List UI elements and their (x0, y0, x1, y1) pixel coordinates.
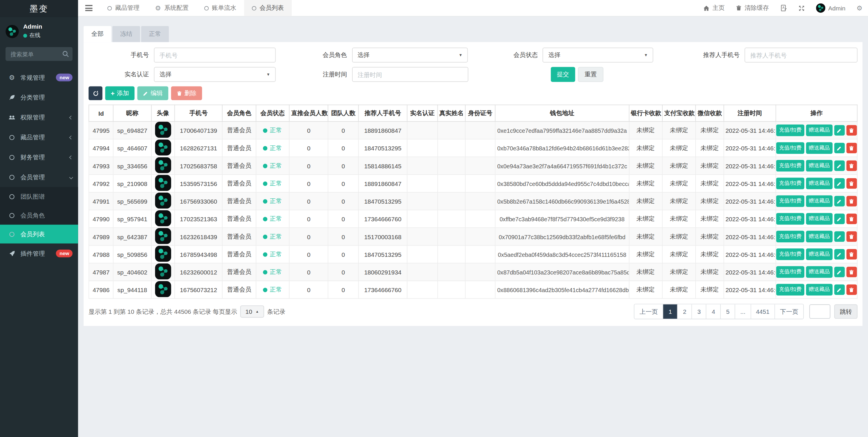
page-item[interactable]: 2 (678, 304, 692, 319)
submit-button[interactable]: 提交 (551, 67, 575, 82)
page-item[interactable]: 上一页 (634, 304, 663, 319)
gift-collection-button[interactable]: 赠送藏品 (806, 160, 832, 171)
row-delete-button[interactable] (846, 178, 857, 189)
sidebar-item-member-list[interactable]: 会员列表 (0, 225, 78, 244)
gift-collection-button[interactable]: 赠送藏品 (806, 124, 832, 136)
register-time-input[interactable] (352, 67, 468, 82)
cell-realname-auth (407, 139, 437, 157)
row-edit-button[interactable] (834, 249, 844, 259)
user-menu[interactable]: Admin (810, 0, 851, 16)
row-edit-button[interactable] (834, 196, 844, 206)
recharge-deduct-button[interactable]: 充值/扣费 (776, 160, 804, 171)
page-item[interactable]: 3 (692, 304, 707, 319)
pencil-icon (837, 287, 842, 292)
row-edit-button[interactable] (834, 214, 844, 224)
row-edit-button[interactable] (834, 267, 844, 277)
sidebar-item-category[interactable]: 分类管理 (0, 87, 78, 107)
row-edit-button[interactable] (834, 284, 844, 295)
recharge-deduct-button[interactable]: 充值/扣费 (776, 231, 804, 242)
sidebar-toggle-button[interactable] (78, 0, 100, 16)
row-delete-button[interactable] (846, 125, 857, 135)
realname-auth-select[interactable]: 选择▼ (154, 67, 276, 82)
refresh-button[interactable] (89, 86, 102, 100)
add-button[interactable]: +添加 (105, 86, 134, 100)
search-icon[interactable] (62, 50, 69, 59)
referrer-phone-input[interactable] (745, 48, 858, 63)
row-delete-button[interactable] (846, 231, 857, 242)
row-delete-button[interactable] (846, 267, 857, 277)
page-size-select[interactable]: 10▲ (241, 305, 264, 317)
member-role-select[interactable]: 选择▼ (352, 48, 468, 63)
row-delete-button[interactable] (846, 284, 857, 295)
row-edit-button[interactable] (834, 125, 844, 135)
rocket-icon (8, 250, 16, 257)
pencil-icon (837, 198, 842, 204)
row-edit-button[interactable] (834, 143, 844, 153)
cell-status: 正常 (256, 263, 289, 281)
gift-collection-button[interactable]: 赠送藏品 (806, 231, 832, 242)
tab-all[interactable]: 全部 (84, 26, 112, 42)
recharge-deduct-button[interactable]: 充值/扣费 (776, 124, 804, 136)
sidebar-item-permission[interactable]: 权限管理 (0, 107, 78, 127)
row-edit-button[interactable] (834, 160, 844, 171)
recharge-deduct-button[interactable]: 充值/扣费 (776, 248, 804, 260)
page-item[interactable]: 4 (707, 304, 721, 319)
edit-button[interactable]: 编辑 (137, 86, 168, 100)
row-delete-button[interactable] (846, 143, 857, 153)
sidebar-item-collection[interactable]: 藏品管理 (0, 127, 78, 147)
page-jump-button[interactable]: 跳转 (834, 304, 857, 319)
gift-collection-button[interactable]: 赠送藏品 (806, 284, 832, 295)
row-delete-button[interactable] (846, 249, 857, 259)
fullscreen-button[interactable] (793, 0, 810, 16)
clear-cache-link[interactable]: 清除缓存 (730, 0, 775, 16)
row-edit-button[interactable] (834, 231, 844, 242)
page-item[interactable]: 下一页 (775, 304, 804, 319)
navbar-tab-collection[interactable]: 藏品管理 (99, 0, 147, 16)
page-jump-input[interactable] (809, 304, 830, 319)
sidebar-item-member-role[interactable]: 会员角色 (0, 206, 78, 225)
column-header: 身份证号 (465, 105, 495, 122)
sidebar-item-finance[interactable]: 财务管理 (0, 147, 78, 167)
gift-collection-button[interactable]: 赠送藏品 (806, 213, 832, 225)
recharge-deduct-button[interactable]: 充值/扣费 (776, 178, 804, 189)
recharge-deduct-button[interactable]: 充值/扣费 (776, 142, 804, 154)
navbar-tab-system-config[interactable]: ⚙系统配置 (147, 0, 196, 16)
navbar-tab-member-list[interactable]: 会员列表 (244, 0, 292, 16)
gift-collection-button[interactable]: 赠送藏品 (806, 248, 832, 260)
cell-bank: 未绑定 (629, 192, 662, 210)
recharge-deduct-button[interactable]: 充值/扣费 (776, 284, 804, 295)
gift-collection-button[interactable]: 赠送藏品 (806, 178, 832, 189)
leaf-icon (8, 94, 16, 101)
row-delete-button[interactable] (846, 214, 857, 224)
page-item-active[interactable]: 1 (663, 304, 678, 319)
settings-button[interactable]: ⚙ (851, 0, 868, 16)
sidebar-item-team-graph[interactable]: 团队图谱 (0, 187, 78, 206)
sidebar-item-plugin[interactable]: 插件管理 new (0, 244, 78, 263)
circle-icon (252, 6, 256, 10)
recharge-deduct-button[interactable]: 充值/扣费 (776, 213, 804, 225)
sidebar-item-general[interactable]: ⚙ 常规管理 new (0, 67, 78, 87)
gift-collection-button[interactable]: 赠送藏品 (806, 266, 832, 278)
page-item[interactable]: 5 (721, 304, 736, 319)
delete-button[interactable]: 删除 (171, 86, 202, 100)
log-doc-button[interactable]: A (775, 0, 793, 16)
recharge-deduct-button[interactable]: 充值/扣费 (776, 195, 804, 207)
home-link[interactable]: 主页 (698, 0, 730, 16)
circle-icon (8, 232, 16, 237)
tab-frozen[interactable]: 冻结 (112, 26, 140, 42)
gift-collection-button[interactable]: 赠送藏品 (806, 195, 832, 207)
sidebar-item-member[interactable]: 会员管理 (0, 167, 78, 187)
gift-collection-button[interactable]: 赠送藏品 (806, 142, 832, 154)
row-delete-button[interactable] (846, 160, 857, 171)
row-edit-button[interactable] (834, 178, 844, 189)
phone-input[interactable] (154, 48, 275, 63)
row-delete-button[interactable] (846, 196, 857, 206)
reset-button[interactable]: 重置 (578, 67, 603, 82)
page-item[interactable]: 4451 (751, 304, 775, 319)
tab-normal[interactable]: 正常 (141, 26, 169, 42)
member-status-select[interactable]: 选择▼ (543, 48, 653, 63)
cell-referrer-phone: 18470513295 (358, 246, 407, 263)
recharge-deduct-button[interactable]: 充值/扣费 (776, 266, 804, 278)
navbar-tab-bill-flow[interactable]: 账单流水 (196, 0, 244, 16)
status-dot-icon (263, 252, 268, 256)
